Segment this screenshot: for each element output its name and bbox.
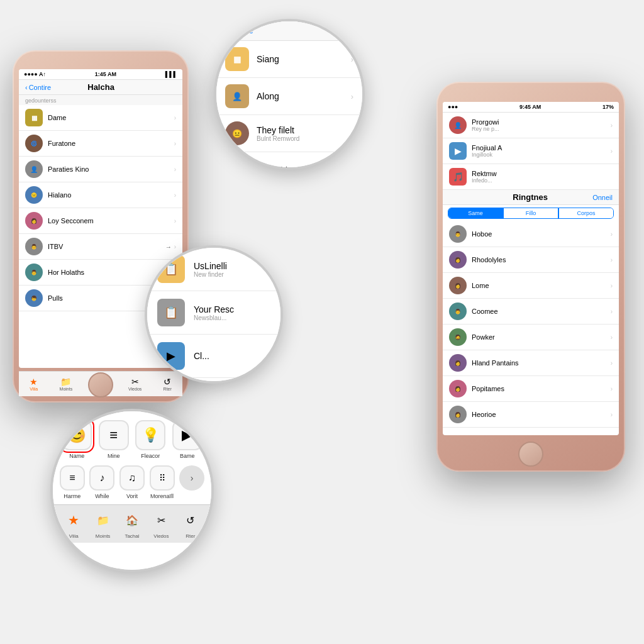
zoom-mid-icon-cl: ▶	[157, 342, 185, 370]
zoom-uslinelli[interactable]: 📋 UsLinelli New finder	[147, 248, 280, 291]
dock-icon-moints: 📁	[92, 509, 114, 531]
app-icon-mine: ≡	[99, 420, 129, 450]
dock-tachal[interactable]: 🏠 Tachal	[121, 509, 143, 539]
zoom-circle-middle: 📋 UsLinelli New finder 📋 Your Resc Newsb…	[145, 245, 283, 384]
list-item[interactable]: 👩 Heorioe ›	[443, 402, 619, 428]
right-signal: ●●●	[448, 104, 458, 110]
rp-item-rektmw[interactable]: 🎵 Rektmw Infedo...	[443, 164, 619, 190]
zoom-top-content: ‹ Rtorme ▦ Siang › 👤 Along › 😐 They file…	[216, 21, 362, 167]
left-back-button[interactable]: ‹ Contire	[25, 84, 51, 91]
avatar: 👤	[449, 116, 467, 134]
avatar: 👩	[449, 277, 467, 294]
zoom-yourresc[interactable]: 📋 Your Resc Newsblau...	[147, 291, 280, 335]
avatar: 👨	[449, 225, 467, 243]
app-icon-vorit: ♫	[119, 465, 145, 491]
avatar: 👨	[449, 303, 467, 320]
dock-rter[interactable]: ↺ Rter	[179, 509, 202, 539]
app-icon-label-morenaill: Morenaïll	[150, 493, 174, 499]
app-icon-wrap-bame[interactable]: ▶ Bame	[172, 420, 203, 459]
zoom-item-siang[interactable]: ▦ Siang ›	[216, 41, 362, 78]
app-icon-more: ›	[179, 465, 204, 491]
segment-control: Same Fillo Corpos	[448, 208, 614, 219]
dock-row: ★ Vilia 📁 Moints 🏠 Tachal ✂ Viedos ↺ Rte…	[53, 504, 211, 543]
right-status-bar: ●●● 9:45 AM 17%	[443, 102, 619, 113]
app-icon-name: 😊	[62, 420, 92, 450]
ringtones-action[interactable]: Onneil	[592, 194, 613, 201]
app-icon-label-while: While	[95, 493, 109, 499]
dock-icon-tachal: 🏠	[121, 509, 143, 531]
app-icon-wrap-harme[interactable]: ≡ Harme	[59, 465, 86, 499]
avatar: 👩	[449, 251, 467, 269]
left-nav-bar: ‹ Contire Halcha	[19, 80, 182, 95]
app-icon-wrap-vorit[interactable]: ♫ Vorit	[119, 465, 145, 499]
zoom-item-theyfilelt[interactable]: 😐 They filelt Bulnt Remword	[216, 115, 362, 152]
dock-moints[interactable]: 📁 Moints	[92, 509, 114, 539]
left-home-button[interactable]	[88, 372, 113, 397]
music-icon: 🎵	[449, 168, 467, 186]
tab-moints[interactable]: 📁 Moints	[60, 377, 73, 391]
left-time: 1:45 AM	[95, 71, 116, 77]
list-item[interactable]: ▦ Dame ›	[19, 105, 182, 131]
dock-icon-viedos: ✂	[150, 509, 172, 531]
app-icon-wrap-name[interactable]: 😊 Name	[62, 420, 92, 459]
zoom-cl[interactable]: ▶ Cl...	[147, 335, 280, 378]
ringtones-contact-list: 👨 Hoboe › 👩 Rhodolyles › 👩 Lome › 👨 Coom…	[443, 221, 619, 428]
app-icon-label-name: Name	[69, 453, 84, 459]
app-icon-wrap-more[interactable]: ›	[179, 465, 205, 499]
tab-viedos[interactable]: ✂ Viedos	[128, 377, 142, 391]
app-icon-wrap-mine[interactable]: ≡ Mine	[99, 420, 130, 459]
app-icon-wrap-while[interactable]: ♪ While	[89, 465, 116, 499]
segment-same[interactable]: Same	[448, 208, 503, 218]
list-item[interactable]: 🌀 Furatone ›	[19, 131, 182, 157]
zoom-back-rtorme: ‹ Rtorme	[224, 26, 253, 35]
zoom-bottom-content: 😊 Name ≡ Mine 💡 Fleacor ▶ Bame ≡ Ha	[53, 411, 211, 570]
rp-item-fnojiual[interactable]: ▶ Fnojiual A Ingillook ›	[443, 138, 619, 164]
list-item[interactable]: 👩 Popitames ›	[443, 376, 619, 402]
list-item[interactable]: 😐 Hialano ›	[19, 182, 182, 208]
app-icon-wrap-morenaill[interactable]: ⠿ Morenaïll	[149, 465, 175, 499]
avatar: 😐	[25, 186, 43, 204]
list-item[interactable]: 👨 Coomee ›	[443, 299, 619, 325]
list-item[interactable]: 👩 Rhodolyles ›	[443, 247, 619, 273]
play-icon: ▶	[449, 142, 467, 160]
segment-fillo[interactable]: Fillo	[503, 208, 558, 218]
app-icon-label-vorit: Vorit	[126, 493, 138, 499]
app-icon-fleacor: 💡	[135, 420, 165, 450]
right-home-button[interactable]	[518, 441, 543, 467]
avatar: 👩	[449, 354, 467, 372]
dock-icon-rter: ↺	[179, 509, 202, 531]
list-item[interactable]: 👩 Lome ›	[443, 273, 619, 299]
list-item[interactable]: 👤 Paraties Kino ›	[19, 157, 182, 182]
right-battery: 17%	[602, 104, 614, 110]
right-phone-screen: ●●● 9:45 AM 17% 👤 Prorgowi Rey ne p... ›…	[443, 102, 619, 435]
avatar: 👩	[449, 406, 467, 423]
list-item[interactable]: 👨 Hoboe ›	[443, 221, 619, 247]
dock-vilia[interactable]: ★ Vilia	[62, 509, 85, 539]
zoom-mid-icon-uslinelli: 📋	[157, 255, 185, 283]
tab-vilia[interactable]: ★ Vilia	[30, 377, 38, 391]
segment-corpos[interactable]: Corpos	[558, 208, 613, 218]
right-phone: ●●● 9:45 AM 17% 👤 Prorgowi Rey ne p... ›…	[436, 82, 625, 472]
list-item[interactable]: 👩 Hland Pantains ›	[443, 350, 619, 376]
avatar: 🧔	[449, 328, 467, 346]
left-section-header: gedounterss	[19, 95, 182, 105]
zoom-item-tauriold[interactable]: ▦ Tauriold	[216, 152, 362, 167]
zoom-circle-top: ‹ Rtorme ▦ Siang › 👤 Along › 😐 They file…	[214, 19, 365, 170]
list-item[interactable]: 👩 Loy Secconem ›	[19, 208, 182, 234]
zoom-item-along[interactable]: 👤 Along ›	[216, 78, 362, 115]
app-icon-wrap-fleacor[interactable]: 💡 Fleacor	[135, 420, 166, 459]
list-item[interactable]: 🧔 Powker ›	[443, 325, 619, 350]
app-icon-label-mine: Mine	[108, 453, 120, 459]
app-grid-row1: 😊 Name ≡ Mine 💡 Fleacor ▶ Bame	[53, 411, 211, 463]
zoom-avatar: ▦	[225, 47, 249, 71]
app-icon-label-fleacor: Fleacor	[141, 453, 160, 459]
avatar: 👤	[25, 160, 43, 178]
rp-item-prorgowi[interactable]: 👤 Prorgowi Rey ne p... ›	[443, 113, 619, 138]
left-battery: ▌▌▌	[165, 71, 177, 77]
avatar: ▦	[25, 109, 43, 126]
left-nav-title: Halcha	[51, 82, 151, 92]
app-grid-row2: ≡ Harme ♪ While ♫ Vorit ⠿ Morenaïll ›	[53, 463, 211, 502]
app-icon-morenaill: ⠿	[150, 465, 175, 491]
dock-viedos[interactable]: ✂ Viedos	[150, 509, 172, 539]
ringtones-nav: Ringtnes Onneil	[443, 190, 619, 205]
